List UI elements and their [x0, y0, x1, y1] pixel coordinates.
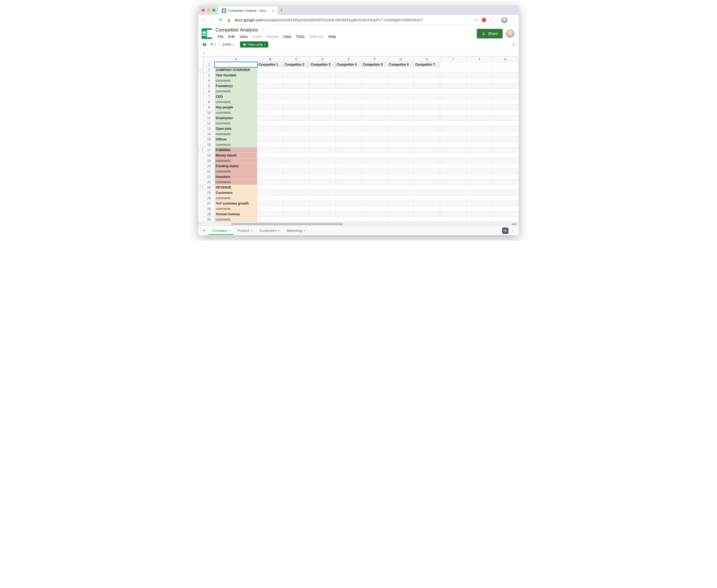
cell[interactable] — [283, 163, 310, 169]
cell[interactable] — [283, 211, 310, 217]
cell[interactable]: Key people — [215, 105, 257, 110]
browser-menu-icon[interactable]: ⋮ — [511, 17, 516, 23]
cell[interactable] — [440, 201, 466, 206]
cell[interactable]: Competitor 4 — [335, 62, 362, 67]
row-header[interactable]: 20 — [203, 163, 215, 169]
cell[interactable] — [257, 169, 283, 174]
cell[interactable] — [309, 83, 335, 89]
cell[interactable] — [335, 180, 362, 185]
cell[interactable] — [335, 195, 362, 201]
cell[interactable] — [362, 153, 388, 158]
row-header[interactable]: 5 — [203, 83, 215, 89]
cell[interactable] — [335, 78, 362, 83]
new-tab-button[interactable]: + — [277, 7, 286, 13]
cell[interactable] — [257, 211, 283, 217]
cell[interactable] — [414, 126, 440, 131]
cell[interactable] — [440, 72, 466, 78]
cell[interactable] — [362, 195, 388, 201]
cell[interactable] — [466, 83, 493, 89]
cell[interactable] — [388, 190, 414, 195]
cell[interactable]: Founder(s) — [215, 83, 257, 89]
cell[interactable] — [414, 190, 440, 195]
document-title[interactable]: Competitor Analysis — [215, 27, 258, 33]
cell[interactable]: comments — [215, 110, 257, 115]
cell[interactable] — [283, 99, 310, 105]
cell[interactable] — [283, 180, 310, 185]
cell[interactable] — [283, 142, 310, 147]
cell[interactable] — [257, 67, 283, 72]
cell[interactable] — [257, 89, 283, 94]
cell[interactable] — [309, 115, 335, 121]
cell[interactable] — [257, 158, 283, 163]
row-header[interactable]: 6 — [203, 89, 215, 94]
menu-file[interactable]: File — [215, 34, 226, 40]
cell[interactable] — [414, 211, 440, 217]
cell[interactable] — [493, 110, 519, 115]
cell[interactable] — [309, 126, 335, 131]
column-header[interactable]: J — [466, 57, 493, 62]
chevron-down-icon[interactable]: ▾ — [304, 229, 305, 232]
cell[interactable] — [466, 169, 493, 174]
cell[interactable] — [362, 185, 388, 190]
cell[interactable] — [309, 180, 335, 185]
cell[interactable]: comments — [215, 180, 257, 185]
cell[interactable] — [362, 131, 388, 137]
cell[interactable] — [283, 195, 310, 201]
all-sheets-icon[interactable]: ≡ — [201, 229, 208, 233]
cell[interactable] — [466, 126, 493, 131]
row-header[interactable]: 11 — [203, 115, 215, 121]
cell[interactable] — [493, 185, 519, 190]
minimize-window-button[interactable] — [207, 8, 210, 12]
cell[interactable] — [257, 131, 283, 137]
cell[interactable] — [362, 142, 388, 147]
close-window-button[interactable] — [201, 8, 205, 12]
cell[interactable] — [362, 105, 388, 110]
cell[interactable] — [309, 211, 335, 217]
cell[interactable] — [414, 105, 440, 110]
row-header[interactable]: 4 — [203, 78, 215, 83]
cell[interactable] — [466, 195, 493, 201]
cell[interactable] — [493, 62, 519, 67]
cell[interactable] — [493, 137, 519, 142]
cell[interactable] — [493, 142, 519, 147]
cell[interactable]: Investors — [215, 174, 257, 180]
sheet-scroll[interactable]: ABCDEFGHIJK1Competitor 1Competitor 2Comp… — [203, 56, 519, 222]
cell[interactable]: FUNDING — [215, 147, 257, 153]
cell[interactable] — [309, 142, 335, 147]
chevron-down-icon[interactable]: ▾ — [229, 229, 230, 232]
cell[interactable] — [493, 131, 519, 137]
cell[interactable] — [283, 174, 310, 180]
cell[interactable] — [257, 121, 283, 126]
cell[interactable] — [388, 158, 414, 163]
cell[interactable] — [335, 72, 362, 78]
cell[interactable] — [388, 195, 414, 201]
select-all-corner[interactable] — [203, 57, 215, 62]
cell[interactable] — [388, 163, 414, 169]
cell[interactable] — [466, 121, 493, 126]
cell[interactable] — [283, 131, 310, 137]
cell[interactable] — [466, 89, 493, 94]
cell[interactable] — [362, 169, 388, 174]
cell[interactable] — [440, 105, 466, 110]
close-tab-icon[interactable]: × — [272, 8, 274, 13]
menu-help[interactable]: Help — [326, 34, 338, 40]
cell[interactable] — [493, 190, 519, 195]
row-header[interactable]: 10 — [203, 110, 215, 115]
browser-tab[interactable]: Competitor Analysis - Google S × — [219, 6, 277, 15]
cell[interactable] — [466, 78, 493, 83]
cell[interactable] — [466, 174, 493, 180]
cell[interactable] — [440, 190, 466, 195]
cell[interactable]: comments — [215, 99, 257, 105]
cell[interactable] — [283, 67, 310, 72]
cell[interactable] — [335, 211, 362, 217]
cell[interactable] — [362, 211, 388, 217]
scroll-thumb[interactable] — [231, 223, 343, 225]
column-header[interactable]: E — [335, 57, 362, 62]
cell[interactable] — [362, 83, 388, 89]
cell[interactable] — [257, 180, 283, 185]
cell[interactable] — [440, 67, 466, 72]
cell[interactable] — [414, 94, 440, 99]
cell[interactable] — [309, 217, 335, 222]
cell[interactable] — [493, 217, 519, 222]
cell[interactable] — [309, 153, 335, 158]
